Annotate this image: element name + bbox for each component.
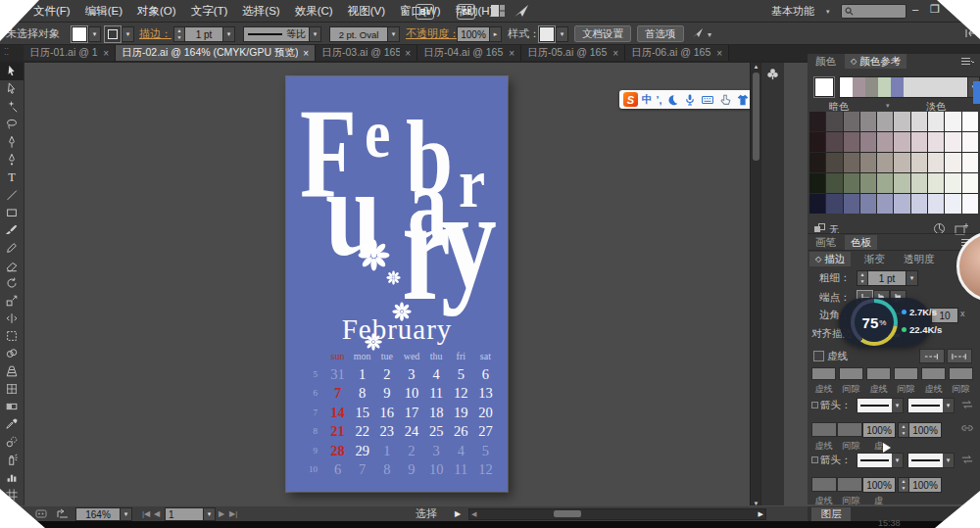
dash-value-field[interactable] [839, 367, 863, 380]
color-swatch[interactable] [809, 153, 825, 172]
options-caret-icon[interactable]: ▾ [708, 28, 711, 41]
tab-gradient[interactable]: 渐变 [858, 252, 891, 266]
color-swatch[interactable] [826, 194, 842, 214]
variation-caret-icon[interactable]: ▾ [886, 102, 890, 110]
menu-item-0[interactable]: 文件(F) [33, 4, 71, 19]
preferences-button[interactable]: 首选项 [637, 25, 684, 42]
opacity-field[interactable]: 100% [457, 26, 490, 42]
swap-arrowheads-icon[interactable] [960, 454, 974, 465]
arrowhead-start-select[interactable]: ▾ [857, 453, 904, 468]
selection-options-icon[interactable] [692, 27, 706, 39]
color-swatch[interactable] [962, 173, 978, 193]
dashed-line-checkbox[interactable] [813, 351, 824, 361]
close-tab-icon[interactable]: × [612, 48, 618, 59]
color-swatch[interactable] [894, 112, 909, 131]
color-swatch[interactable] [962, 132, 978, 152]
menu-item-3[interactable]: 文字(T) [191, 4, 228, 19]
color-swatch[interactable] [911, 112, 927, 131]
color-swatch[interactable] [809, 112, 825, 131]
search-input[interactable] [841, 4, 906, 19]
rotate-tool[interactable] [0, 274, 24, 292]
width-profile-field[interactable]: 等比 [243, 26, 310, 42]
close-tab-icon[interactable]: × [303, 48, 309, 59]
color-swatch[interactable] [860, 153, 876, 172]
harmony-color-2[interactable] [865, 77, 878, 97]
line-segment-tool[interactable] [0, 186, 24, 204]
color-swatch[interactable] [945, 132, 960, 152]
base-color-swatch[interactable] [813, 76, 835, 98]
arrow-scale-start-field[interactable]: 100% [862, 477, 896, 493]
color-swatch[interactable] [826, 153, 842, 172]
ime-keyboard-icon[interactable] [701, 93, 714, 107]
dash-align-button[interactable] [947, 349, 972, 363]
artboard[interactable]: February February sunmontuewedthufrisat5… [286, 76, 508, 492]
color-swatch[interactable] [844, 112, 859, 131]
artboard-caret[interactable]: ▾ [203, 507, 216, 521]
close-tab-icon[interactable]: × [509, 48, 514, 59]
color-swatch[interactable] [844, 132, 859, 152]
arrow-scale-end-field[interactable]: 100% [908, 422, 942, 438]
brush-definition-caret[interactable]: ▾ [387, 26, 400, 42]
color-swatch[interactable] [809, 194, 825, 214]
color-swatch[interactable] [894, 194, 909, 214]
dash-value-field[interactable] [949, 367, 973, 380]
color-swatch[interactable] [877, 132, 893, 152]
zoom-caret[interactable]: ▾ [120, 507, 132, 521]
scroll-right-icon[interactable]: ▶ [759, 510, 763, 518]
close-tab-icon[interactable]: × [716, 48, 722, 59]
document-tab-5[interactable]: 日历-06.ai @ 165...× [625, 45, 729, 61]
canvas[interactable]: February February sunmontuewedthufrisat5… [24, 63, 772, 507]
color-swatch[interactable] [826, 173, 842, 193]
color-swatch[interactable] [894, 153, 909, 172]
color-swatch[interactable] [928, 132, 944, 152]
close-tab-icon[interactable]: × [103, 48, 109, 59]
panel-menu-icon[interactable] [960, 57, 974, 67]
document-tab-0[interactable]: 日历-01.ai @ 165...× [24, 45, 116, 61]
color-swatch[interactable] [809, 132, 825, 152]
type-tool[interactable]: T [0, 168, 24, 186]
color-swatch[interactable] [860, 112, 876, 131]
document-setup-button[interactable]: 文档设置 [574, 25, 631, 42]
harmony-color-1[interactable] [853, 77, 865, 97]
color-swatch[interactable] [962, 112, 978, 131]
color-swatch[interactable] [945, 173, 960, 193]
vertical-scroll-thumb[interactable] [753, 72, 760, 161]
tab-transparency[interactable]: 透明度 [898, 252, 941, 266]
dash-value-field[interactable] [894, 367, 918, 380]
color-swatch[interactable] [877, 194, 893, 214]
color-swatch[interactable] [945, 194, 960, 214]
color-swatch[interactable] [877, 153, 893, 172]
horizontal-scroll-thumb[interactable] [554, 510, 581, 517]
zoom-level-field[interactable]: 164% [75, 507, 121, 521]
color-swatch[interactable] [844, 153, 859, 172]
gradient-tool[interactable] [0, 398, 24, 415]
ime-punctuation-toggle[interactable]: ’, [657, 94, 662, 106]
color-swatch[interactable] [844, 194, 859, 214]
color-swatch[interactable] [860, 194, 876, 214]
color-swatch[interactable] [928, 112, 944, 131]
harmony-color-3[interactable] [878, 77, 891, 97]
rectangle-tool[interactable] [0, 204, 24, 221]
color-swatch[interactable] [962, 194, 978, 214]
color-swatch[interactable] [894, 173, 909, 193]
weight-field[interactable]: 1 pt [867, 270, 906, 286]
arrange-documents-icon[interactable] [490, 4, 506, 18]
publish-online-icon[interactable] [57, 508, 69, 519]
width-profile-caret[interactable]: ▾ [309, 26, 321, 42]
color-swatch[interactable] [844, 173, 859, 193]
sogou-logo-icon[interactable]: S [623, 92, 638, 107]
document-tab-3[interactable]: 日历-04.ai @ 165...× [417, 45, 521, 61]
dash-value-field[interactable] [866, 367, 891, 380]
share-icon[interactable] [514, 4, 529, 18]
direct-selection-tool[interactable] [0, 80, 24, 98]
gap-field[interactable] [837, 422, 862, 437]
dock-expand-icon[interactable] [765, 67, 780, 81]
scale-tool[interactable] [0, 292, 24, 310]
color-swatch[interactable] [860, 173, 876, 193]
document-tab-2[interactable]: 日历-03.ai @ 165...× [316, 45, 417, 61]
pencil-tool[interactable] [0, 239, 24, 257]
menu-item-6[interactable]: 视图(V) [348, 4, 385, 19]
color-swatch[interactable] [877, 112, 893, 131]
document-tab-1[interactable]: 日历-02.ai @ 164% (CMYK/GPU 预览)× [116, 45, 316, 61]
tab-layers[interactable]: 图层 [811, 507, 851, 521]
